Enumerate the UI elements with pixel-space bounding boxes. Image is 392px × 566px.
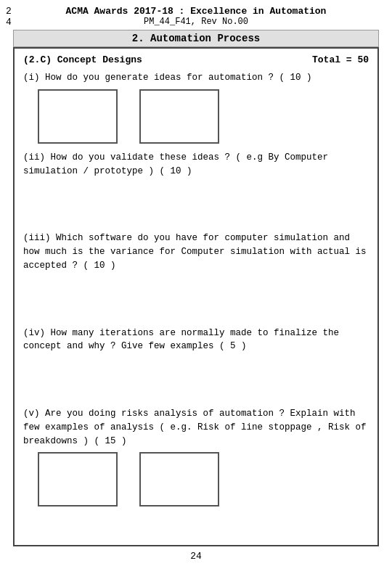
header-subtitle: PM_44_F41, Rev No.00 (0, 17, 392, 27)
question-v: (v) Are you doing risks analysis of auto… (23, 407, 369, 506)
question-iii-text: (iii) Which software do you have for com… (23, 231, 369, 272)
section-header: (2.C) Concept Designs Total = 50 (23, 54, 369, 65)
question-ii: (ii) How do you validate these ideas ? (… (23, 151, 369, 225)
question-iii-id: (iii) (23, 233, 56, 243)
question-i-id: (i) (23, 73, 45, 83)
question-i-image-2 (139, 89, 219, 144)
footer-page-number: 24 (0, 546, 392, 566)
page-number-corner: 2 4 (6, 6, 12, 28)
question-iv-id: (iv) (23, 328, 51, 338)
question-iv-text: (iv) How many iterations are normally ma… (23, 327, 369, 354)
question-v-image-1 (38, 452, 118, 506)
section-title: 2. Automation Process (13, 30, 379, 47)
content-border: (2.C) Concept Designs Total = 50 (i) How… (13, 47, 379, 546)
question-i-text: (i) How do you generate ideas for automa… (23, 71, 369, 85)
question-ii-answer (23, 181, 369, 224)
question-v-text: (v) Are you doing risks analysis of auto… (23, 407, 369, 448)
total-label: Total = 50 (312, 54, 369, 65)
header-title: ACMA Awards 2017-18 : Excellence in Auto… (0, 6, 392, 17)
page-header: ACMA Awards 2017-18 : Excellence in Auto… (0, 0, 392, 30)
question-iii-answer (23, 276, 369, 319)
question-ii-id: (ii) (23, 152, 51, 163)
section-label: (2.C) Concept Designs (23, 54, 142, 65)
question-v-id: (v) (23, 409, 45, 419)
question-i-image-1 (38, 89, 118, 144)
question-v-images (38, 452, 369, 506)
question-iv-answer (23, 356, 369, 400)
question-iii: (iii) Which software do you have for com… (23, 231, 369, 319)
question-i-images (38, 89, 369, 144)
question-v-image-2 (139, 452, 219, 506)
question-i: (i) How do you generate ideas for automa… (23, 71, 369, 144)
question-iv: (iv) How many iterations are normally ma… (23, 327, 369, 401)
question-ii-text: (ii) How do you validate these ideas ? (… (23, 151, 369, 179)
